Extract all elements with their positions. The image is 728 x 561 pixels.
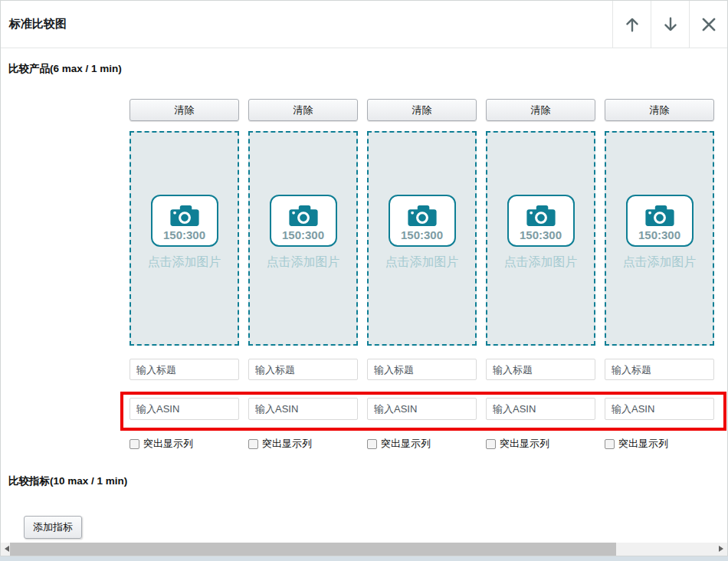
highlight-checkbox[interactable] bbox=[605, 439, 615, 449]
image-ratio-box: 150:300 bbox=[389, 195, 456, 247]
highlight-checkbox[interactable] bbox=[486, 439, 496, 449]
camera-icon bbox=[407, 203, 438, 227]
image-dropzone[interactable]: 150:300 点击添加图片 bbox=[130, 131, 239, 346]
product-column: 清除 150:300 点击添加图片 突出显示列 bbox=[605, 99, 714, 451]
product-column: 清除 150:300 点击添加图片 突出显示列 bbox=[367, 99, 477, 451]
close-x-icon bbox=[700, 15, 718, 34]
dialog-title: 标准比较图 bbox=[1, 17, 67, 31]
product-column: 清除 150:300 点击添加图片 突出显示列 bbox=[248, 99, 358, 451]
clear-button[interactable]: 清除 bbox=[367, 99, 477, 121]
scroll-left-arrow-icon[interactable] bbox=[5, 546, 9, 552]
camera-icon bbox=[526, 203, 556, 227]
image-ratio-box: 150:300 bbox=[270, 195, 337, 247]
asin-input[interactable] bbox=[130, 398, 239, 420]
asin-input[interactable] bbox=[486, 398, 595, 420]
add-image-hint: 点击添加图片 bbox=[267, 254, 340, 271]
close-button[interactable] bbox=[689, 1, 727, 48]
title-input[interactable] bbox=[248, 359, 358, 380]
scrollbar-thumb[interactable] bbox=[10, 543, 616, 556]
camera-icon bbox=[169, 203, 200, 227]
arrow-up-icon bbox=[623, 15, 641, 34]
clear-button[interactable]: 清除 bbox=[130, 99, 239, 121]
metrics-section-heading: 比较指标(10 max / 1 min) bbox=[8, 474, 727, 488]
horizontal-scrollbar[interactable] bbox=[1, 543, 727, 556]
highlight-checkbox-label: 突出显示列 bbox=[381, 437, 431, 451]
highlight-checkbox[interactable] bbox=[367, 439, 377, 449]
arrow-down-icon bbox=[661, 15, 680, 34]
clear-button[interactable]: 清除 bbox=[605, 99, 714, 121]
highlight-column-option[interactable]: 突出显示列 bbox=[248, 437, 358, 451]
highlight-column-option[interactable]: 突出显示列 bbox=[486, 437, 595, 451]
clear-button[interactable]: 清除 bbox=[248, 99, 358, 121]
image-ratio-box: 150:300 bbox=[507, 195, 575, 247]
image-dropzone[interactable]: 150:300 点击添加图片 bbox=[248, 131, 358, 346]
add-image-hint: 点击添加图片 bbox=[148, 254, 221, 271]
add-image-hint: 点击添加图片 bbox=[385, 254, 459, 271]
screen: 标准比较图 比较产品(6 bbox=[0, 0, 728, 561]
add-image-hint: 点击添加图片 bbox=[504, 254, 578, 271]
asin-input[interactable] bbox=[248, 398, 358, 420]
highlight-column-option[interactable]: 突出显示列 bbox=[130, 437, 239, 451]
product-columns: 清除 150:300 点击添加图片 突出显示列 清除 bbox=[130, 99, 727, 451]
standard-comparison-dialog: 标准比较图 比较产品(6 bbox=[0, 0, 728, 556]
asin-input[interactable] bbox=[367, 398, 477, 420]
move-up-button[interactable] bbox=[612, 1, 651, 48]
highlight-checkbox-label: 突出显示列 bbox=[262, 437, 312, 451]
asin-input[interactable] bbox=[605, 398, 714, 420]
dialog-header-actions bbox=[612, 1, 727, 48]
image-ratio-box: 150:300 bbox=[626, 195, 694, 247]
aspect-ratio-label: 150:300 bbox=[638, 228, 680, 241]
image-ratio-box: 150:300 bbox=[151, 195, 218, 247]
aspect-ratio-label: 150:300 bbox=[282, 228, 324, 241]
aspect-ratio-label: 150:300 bbox=[401, 228, 443, 241]
highlight-column-option[interactable]: 突出显示列 bbox=[605, 437, 714, 451]
scroll-right-arrow-icon[interactable] bbox=[719, 546, 723, 552]
title-input[interactable] bbox=[367, 359, 477, 380]
product-column: 清除 150:300 点击添加图片 突出显示列 bbox=[486, 99, 595, 451]
highlight-checkbox[interactable] bbox=[130, 439, 139, 449]
highlight-checkbox-label: 突出显示列 bbox=[618, 437, 668, 451]
image-dropzone[interactable]: 150:300 点击添加图片 bbox=[605, 131, 714, 346]
product-column: 清除 150:300 点击添加图片 突出显示列 bbox=[130, 99, 239, 451]
image-dropzone[interactable]: 150:300 点击添加图片 bbox=[486, 131, 595, 346]
add-image-hint: 点击添加图片 bbox=[623, 254, 697, 271]
highlight-column-option[interactable]: 突出显示列 bbox=[367, 437, 477, 451]
page-background-strip bbox=[0, 556, 728, 561]
products-section-heading: 比较产品(6 max / 1 min) bbox=[8, 62, 727, 76]
camera-icon bbox=[288, 203, 319, 227]
dialog-header: 标准比较图 bbox=[1, 1, 727, 48]
clear-button[interactable]: 清除 bbox=[486, 99, 595, 121]
move-down-button[interactable] bbox=[651, 1, 689, 48]
title-input[interactable] bbox=[130, 359, 239, 380]
highlight-checkbox-label: 突出显示列 bbox=[143, 437, 193, 451]
highlight-checkbox-label: 突出显示列 bbox=[500, 437, 549, 451]
highlight-checkbox[interactable] bbox=[248, 439, 258, 449]
aspect-ratio-label: 150:300 bbox=[520, 228, 562, 241]
title-input[interactable] bbox=[605, 359, 714, 380]
add-metric-button[interactable]: 添加指标 bbox=[24, 516, 82, 539]
image-dropzone[interactable]: 150:300 点击添加图片 bbox=[367, 131, 477, 346]
camera-icon bbox=[644, 203, 675, 227]
title-input[interactable] bbox=[486, 359, 595, 380]
aspect-ratio-label: 150:300 bbox=[163, 228, 205, 241]
